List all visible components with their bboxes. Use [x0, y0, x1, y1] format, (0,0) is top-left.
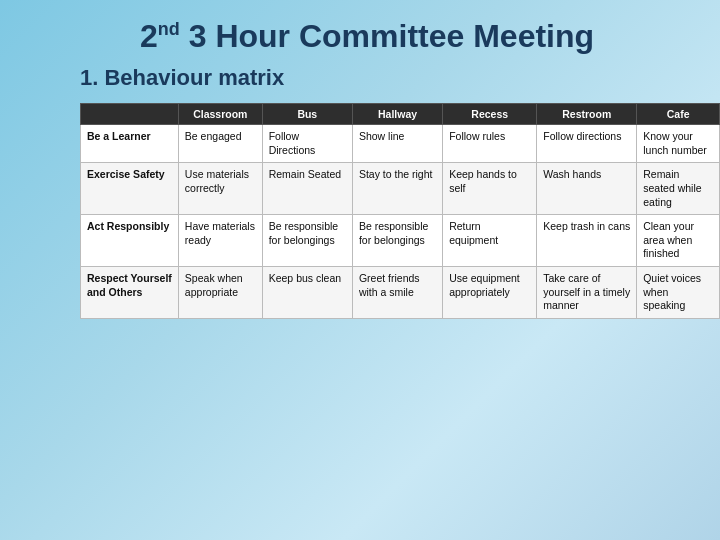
cell-0-2: Show line: [352, 125, 442, 163]
header-col-hallway: Hallway: [352, 104, 442, 125]
cell-0-4: Follow directions: [537, 125, 637, 163]
header-col-restroom: Restroom: [537, 104, 637, 125]
table-body: Be a LearnerBe engagedFollow DirectionsS…: [81, 125, 720, 319]
subtitle: 1. Behaviour matrix: [80, 65, 680, 91]
row-header-2: Act Responsibly: [81, 215, 179, 267]
page-title: 2nd 3 Hour Committee Meeting: [140, 18, 680, 55]
row-header-3: Respect Yourself and Others: [81, 267, 179, 319]
cell-0-3: Follow rules: [443, 125, 537, 163]
cell-1-3: Keep hands to self: [443, 163, 537, 215]
cell-1-2: Stay to the right: [352, 163, 442, 215]
table-row: Be a LearnerBe engagedFollow DirectionsS…: [81, 125, 720, 163]
behaviour-matrix-table: Classroom Bus Hallway Recess Restroom Ca…: [80, 103, 720, 319]
cell-3-3: Use equipment appropriately: [443, 267, 537, 319]
page-container: 2nd 3 Hour Committee Meeting 1. Behaviou…: [0, 0, 720, 540]
table-row: Exercise SafetyUse materials correctlyRe…: [81, 163, 720, 215]
header-col-cafe: Cafe: [637, 104, 720, 125]
cell-0-5: Know your lunch number: [637, 125, 720, 163]
cell-2-5: Clean your area when finished: [637, 215, 720, 267]
row-header-0: Be a Learner: [81, 125, 179, 163]
header-col-recess: Recess: [443, 104, 537, 125]
table-header: Classroom Bus Hallway Recess Restroom Ca…: [81, 104, 720, 125]
cell-2-3: Return equipment: [443, 215, 537, 267]
title-main: 3 Hour Committee Meeting: [189, 18, 594, 54]
cell-1-5: Remain seated while eating: [637, 163, 720, 215]
cell-2-0: Have materials ready: [178, 215, 262, 267]
row-header-1: Exercise Safety: [81, 163, 179, 215]
table-wrapper: Classroom Bus Hallway Recess Restroom Ca…: [80, 103, 670, 319]
cell-1-4: Wash hands: [537, 163, 637, 215]
title-number: 2: [140, 18, 158, 54]
header-col-classroom: Classroom: [178, 104, 262, 125]
cell-3-1: Keep bus clean: [262, 267, 352, 319]
cell-3-0: Speak when appropriate: [178, 267, 262, 319]
cell-2-1: Be responsible for belongings: [262, 215, 352, 267]
table-row: Act ResponsiblyHave materials readyBe re…: [81, 215, 720, 267]
title-superscript: nd: [158, 19, 180, 39]
cell-3-2: Greet friends with a smile: [352, 267, 442, 319]
header-col-bus: Bus: [262, 104, 352, 125]
table-row: Respect Yourself and OthersSpeak when ap…: [81, 267, 720, 319]
cell-3-4: Take care of yourself in a timely manner: [537, 267, 637, 319]
cell-0-1: Follow Directions: [262, 125, 352, 163]
cell-1-0: Use materials correctly: [178, 163, 262, 215]
header-col-0: [81, 104, 179, 125]
cell-1-1: Remain Seated: [262, 163, 352, 215]
header-row: Classroom Bus Hallway Recess Restroom Ca…: [81, 104, 720, 125]
cell-2-2: Be responsible for belongings: [352, 215, 442, 267]
cell-0-0: Be engaged: [178, 125, 262, 163]
cell-3-5: Quiet voices when speaking: [637, 267, 720, 319]
cell-2-4: Keep trash in cans: [537, 215, 637, 267]
